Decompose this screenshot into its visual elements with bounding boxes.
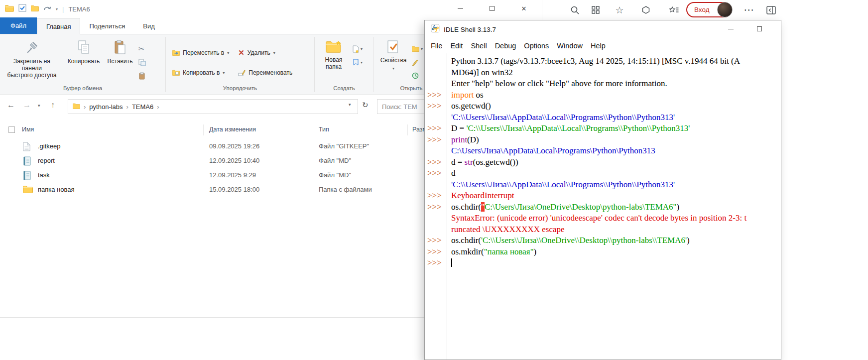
shell-prompt: >>>	[425, 134, 447, 146]
delete-caret-icon: ▾	[273, 51, 275, 55]
easy-access-caret-icon: ▾	[361, 60, 363, 65]
address-box[interactable]: › python-labs › ТЕМА6 ›	[68, 99, 358, 114]
shell-line-text: KeyboardInterrupt	[447, 190, 781, 202]
menu-window[interactable]: Window	[553, 42, 587, 50]
paste-shortcut-button[interactable]	[138, 71, 146, 81]
menu-help[interactable]: Help	[587, 42, 610, 50]
tab-file[interactable]: Файл	[0, 17, 37, 34]
breadcrumb-python-labs[interactable]: python-labs	[89, 103, 123, 111]
search-icon[interactable]	[568, 4, 581, 16]
tab-share[interactable]: Поделиться	[80, 18, 134, 34]
new-folder-icon	[326, 40, 342, 55]
file-date: 15.09.2025 18:00	[209, 186, 259, 193]
signin-button[interactable]: Вход	[686, 2, 732, 17]
maximize-icon	[757, 26, 762, 31]
select-all-checkbox[interactable]	[8, 126, 15, 133]
extensions-icon[interactable]	[639, 4, 652, 16]
edit-button[interactable]	[412, 57, 423, 67]
shell-prompt	[425, 67, 447, 79]
breadcrumb-tema6[interactable]: ТЕМА6	[132, 103, 153, 111]
column-divider[interactable]	[203, 124, 204, 135]
maximize-icon	[490, 6, 495, 11]
shell-output[interactable]: Python 3.13.7 (tags/v3.13.7:bcee1c3, Aug…	[425, 53, 781, 360]
qat-redo-icon[interactable]	[43, 4, 51, 13]
rename-button[interactable]: Переименовать	[235, 67, 296, 79]
group-label-clipboard: Буфер обмена	[0, 84, 165, 95]
properties-button[interactable]: Свойства ▾	[377, 38, 410, 74]
shell-line: 'C:\\Users\\Лиза\\AppData\\Local\\Progra…	[425, 112, 781, 123]
shell-line-text: 'C:\\Users\\Лиза\\AppData\\Local\\Progra…	[447, 179, 781, 191]
column-header-name[interactable]: Имя	[22, 126, 34, 133]
delete-button[interactable]: ✕ Удалить ▾	[235, 47, 296, 59]
copy-path-icon	[138, 59, 146, 66]
address-dropdown-caret-icon[interactable]: ▾	[349, 102, 351, 107]
move-to-icon	[172, 50, 180, 56]
shell-prompt: >>>	[425, 123, 447, 134]
qat-newfolder-icon[interactable]	[31, 4, 39, 13]
file-name: task	[38, 171, 50, 179]
copy-path-button[interactable]	[138, 57, 146, 67]
idle-minimize-button[interactable]	[716, 20, 745, 37]
cut-button[interactable]: ✂	[138, 44, 146, 54]
refresh-icon[interactable]: ↻	[362, 101, 369, 110]
favorites-bar-icon[interactable]	[667, 4, 680, 16]
idle-maximize-button[interactable]	[745, 20, 774, 37]
qat-properties-icon[interactable]	[18, 4, 26, 14]
paste-button[interactable]: Вставить	[104, 38, 136, 67]
new-item-icon	[353, 45, 359, 53]
shell-line-text: os.getcwd()	[447, 101, 781, 112]
browser-menu-icon[interactable]: ⋯	[743, 4, 755, 16]
copy-to-button[interactable]: Копировать в ▾	[169, 67, 233, 79]
menu-edit[interactable]: Edit	[446, 42, 467, 50]
shell-line: >>>os.mkdir("папка новая")	[425, 246, 781, 258]
shell-line: Python 3.13.7 (tags/v3.13.7:bcee1c3, Aug…	[425, 56, 781, 67]
column-header-date[interactable]: Дата изменения	[209, 126, 256, 133]
move-to-button[interactable]: Переместить в ▾	[169, 47, 233, 59]
column-divider[interactable]	[407, 124, 408, 135]
delete-icon: ✕	[238, 48, 245, 57]
idle-window-title: IDLE Shell 3.13.7	[444, 26, 496, 33]
ribbon-group-new: Новая папка ▾ ▾ Создать	[315, 34, 373, 95]
group-label-organize: Упорядочить	[166, 84, 314, 95]
file-type: Файл "MD"	[319, 171, 351, 179]
history-button[interactable]	[412, 71, 423, 81]
open-button[interactable]: ▾	[412, 44, 423, 54]
easy-access-button[interactable]: ▾	[353, 57, 363, 67]
forward-icon[interactable]: →	[23, 101, 31, 110]
apps-grid-icon[interactable]	[589, 4, 602, 16]
menu-shell[interactable]: Shell	[467, 42, 491, 50]
shell-line: Enter "help" below or click "Help" above…	[425, 78, 781, 90]
group-label-new: Создать	[315, 84, 373, 95]
maximize-button[interactable]	[476, 0, 508, 17]
copy-button[interactable]: Копировать	[64, 38, 104, 67]
tab-view[interactable]: Вид	[134, 18, 164, 34]
sidebar-toggle-icon[interactable]	[764, 4, 777, 16]
pin-to-quickaccess-button[interactable]: Закрепить на панели быстрого доступа	[0, 38, 64, 81]
qat-customize-caret-icon[interactable]: ▾	[56, 7, 58, 11]
shell-prompt	[425, 56, 447, 67]
shell-prompt: >>>	[425, 190, 447, 202]
column-divider[interactable]	[313, 124, 313, 135]
recent-locations-caret-icon[interactable]: ▾	[38, 103, 40, 108]
menu-options[interactable]: Options	[520, 42, 553, 50]
shell-prompt	[425, 213, 447, 224]
column-header-type[interactable]: Тип	[319, 126, 329, 133]
menu-file[interactable]: File	[427, 42, 446, 50]
crumb-chevron-icon: ›	[126, 103, 128, 111]
address-folder-icon	[73, 103, 80, 111]
profile-avatar[interactable]	[717, 2, 733, 17]
close-button[interactable]: ✕	[508, 0, 540, 17]
up-icon[interactable]: ↑	[51, 101, 55, 110]
copy-to-icon	[172, 70, 180, 76]
copy-to-caret-icon: ▾	[223, 71, 225, 75]
new-item-button[interactable]: ▾	[353, 44, 363, 54]
favorites-star-icon[interactable]: ☆	[613, 4, 626, 16]
file-icon-folder	[23, 185, 33, 195]
tab-home[interactable]: Главная	[37, 18, 80, 34]
minimize-button[interactable]	[444, 0, 476, 17]
new-folder-button[interactable]: Новая папка	[317, 38, 351, 72]
shell-line: >>>os.chdir('C:\\Users\\Лиза\\OneDrive\\…	[425, 235, 781, 246]
back-icon[interactable]: ←	[7, 101, 15, 110]
menu-debug[interactable]: Debug	[491, 42, 520, 50]
crumb-chevron-icon: ›	[84, 103, 86, 111]
